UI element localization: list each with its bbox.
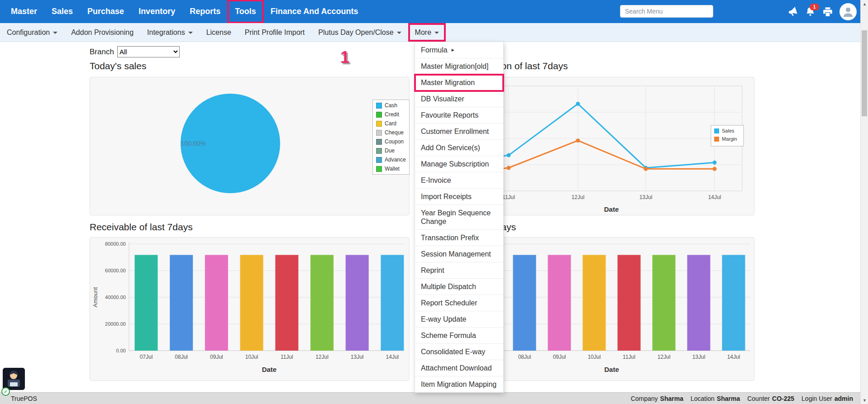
status-label: Location <box>691 395 715 402</box>
svg-text:0.00: 0.00 <box>116 348 126 353</box>
branch-label: Branch <box>90 48 114 57</box>
legend-label: Cash <box>385 102 397 109</box>
dropdown-item-transaction-prefix[interactable]: Transaction Prefix <box>415 230 503 246</box>
dropdown-item-attachment-download[interactable]: Attachment Download <box>415 360 503 376</box>
dropdown-item-multiple-dispatch[interactable]: Multiple Dispatch <box>415 279 503 295</box>
dropdown-item-e-way-update[interactable]: E-way Update <box>415 311 503 328</box>
nav-item-purchase[interactable]: Purchase <box>80 0 131 23</box>
nav-item-sales[interactable]: Sales <box>44 0 80 23</box>
dropdown-item-import-receipts[interactable]: Import Receipts <box>415 189 503 205</box>
dropdown-item-consolidated-e-way[interactable]: Consolidated E-way <box>415 344 503 360</box>
dropdown-item-db-visualizer[interactable]: DB Visualizer <box>415 91 503 107</box>
svg-text:Amount: Amount <box>92 287 99 307</box>
legend-item-coupon[interactable]: Coupon <box>376 138 406 145</box>
scrollbar-thumb[interactable] <box>862 30 867 116</box>
dropdown-item-scheme-formula[interactable]: Scheme Formula <box>415 328 503 344</box>
svg-text:20000.00: 20000.00 <box>105 321 126 327</box>
nav-item-tools[interactable]: Tools <box>228 0 263 23</box>
dropdown-item-reprint[interactable]: Reprint <box>415 262 503 279</box>
top-nav-items: MasterSalesPurchaseInventoryReportsTools… <box>4 0 366 23</box>
legend-label: Due <box>385 147 395 154</box>
dropdown-item-label: Item Migration Mapping <box>421 380 496 389</box>
legend-item-advance[interactable]: Advance <box>376 157 406 163</box>
nav-item-finance-and-accounts[interactable]: Finance And Accounts <box>263 0 366 23</box>
nav-item-master[interactable]: Master <box>4 0 44 23</box>
dropdown-item-year-begin-sequence-change[interactable]: Year Begin Sequence Change <box>415 205 503 230</box>
step-annotation: 1 <box>340 48 349 67</box>
svg-text:14Jul: 14Jul <box>708 194 721 200</box>
legend-item-cash[interactable]: Cash <box>376 102 406 109</box>
dropdown-item-label: Master Migration <box>421 78 475 87</box>
status-check-icon: ✓ <box>1 387 10 396</box>
dropdown-item-master-migration[interactable]: Master Migration <box>415 75 503 91</box>
print-icon[interactable] <box>822 6 834 18</box>
subnav-item-more[interactable]: More <box>408 23 446 42</box>
dropdown-item-favourite-reports[interactable]: Favourite Reports <box>415 107 503 124</box>
dropdown-item-add-on-service-s[interactable]: Add On Service(s) <box>415 140 503 156</box>
dropdown-item-label: Attachment Download <box>421 364 492 372</box>
subnav-item-label: Print Profile Import <box>245 29 305 37</box>
dropdown-item-item-migration-mapping[interactable]: Item Migration Mapping <box>415 376 503 392</box>
dropdown-item-session-management[interactable]: Session Management <box>415 246 503 262</box>
legend-item-cheque[interactable]: Cheque <box>376 129 406 136</box>
svg-text:Date: Date <box>262 366 277 373</box>
subnav-item-addon-provisioning[interactable]: Addon Provisioning <box>64 23 140 42</box>
notifications-bell-icon[interactable]: 1 <box>804 6 816 18</box>
legend-swatch <box>376 139 382 145</box>
legend-label: Credit <box>385 111 399 118</box>
dropdown-item-e-invoice[interactable]: E-Invoice <box>415 172 503 189</box>
nav-item-inventory[interactable]: Inventory <box>131 0 182 23</box>
dropdown-item-formula[interactable]: Formula▸ <box>415 42 503 58</box>
dropdown-item-label: Year Begin Sequence Change <box>421 209 497 226</box>
status-label: Counter <box>747 395 770 402</box>
dropdown-item-label: Multiple Dispatch <box>421 282 476 291</box>
search-input[interactable] <box>620 5 713 18</box>
subnav-item-integrations[interactable]: Integrations <box>140 23 200 42</box>
dropdown-item-report-scheduler[interactable]: Report Scheduler <box>415 295 503 311</box>
legend-item-credit[interactable]: Credit <box>376 111 406 118</box>
legend-swatch <box>376 103 382 109</box>
svg-text:Margin: Margin <box>722 136 737 142</box>
branch-select[interactable]: All <box>117 46 180 57</box>
legend-label: Wallet <box>385 166 400 172</box>
dropdown-item-label: E-Invoice <box>421 176 451 185</box>
dropdown-item-label: Master Migration[old] <box>421 62 488 71</box>
scrollbar-up-arrow[interactable]: ▲ <box>861 0 868 8</box>
subnav-item-configuration[interactable]: Configuration <box>0 23 64 42</box>
announcement-icon[interactable] <box>787 6 798 18</box>
subnav-item-license[interactable]: License <box>200 23 238 42</box>
status-label: Login User <box>801 395 832 402</box>
subnav-item-label: Addon Provisioning <box>71 29 134 37</box>
dropdown-item-label: Add On Service(s) <box>421 143 480 152</box>
receivable-title: Receivable of last 7days <box>90 222 193 233</box>
subnav-item-plutus-day-open-close[interactable]: Plutus Day Open/Close <box>311 23 408 42</box>
sub-nav: ConfigurationAddon ProvisioningIntegrati… <box>0 23 860 42</box>
dropdown-item-customer-enrollment[interactable]: Customer Enrollment <box>415 124 503 140</box>
todays-sales-pie-chart: 100.00% <box>90 77 409 218</box>
legend-item-due[interactable]: Due <box>376 147 406 154</box>
svg-text:13Jul: 13Jul <box>692 354 706 360</box>
legend-item-card[interactable]: Card <box>376 120 406 127</box>
subnav-item-label: Plutus Day Open/Close <box>318 29 393 37</box>
subnav-item-label: License <box>206 29 231 37</box>
todays-sales-title: Today's sales <box>90 61 146 71</box>
dropdown-item-master-migration-old[interactable]: Master Migration[old] <box>415 58 503 75</box>
subnav-item-print-profile-import[interactable]: Print Profile Import <box>238 23 311 42</box>
svg-text:12Jul: 12Jul <box>572 194 585 200</box>
svg-text:Sales: Sales <box>722 128 734 133</box>
dropdown-item-label: Session Management <box>421 250 491 258</box>
nav-item-reports[interactable]: Reports <box>182 0 228 23</box>
svg-text:12Jul: 12Jul <box>658 354 671 360</box>
status-company: CompanySharma <box>631 395 683 402</box>
dropdown-item-label: Favourite Reports <box>421 111 478 119</box>
dropdown-item-manage-subscription[interactable]: Manage Subscription <box>415 156 503 172</box>
status-login-user: Login Useradmin <box>801 395 853 402</box>
scrollbar-down-arrow[interactable]: ▼ <box>861 396 868 404</box>
user-avatar[interactable] <box>839 3 857 20</box>
legend-item-wallet[interactable]: Wallet <box>376 166 406 172</box>
top-nav-icons: 1 <box>787 0 857 23</box>
svg-text:11Jul: 11Jul <box>623 354 635 360</box>
status-value: Sharma <box>717 395 740 402</box>
mascot-widget[interactable] <box>3 368 25 390</box>
vertical-scrollbar: ▲ ▼ <box>860 0 868 404</box>
